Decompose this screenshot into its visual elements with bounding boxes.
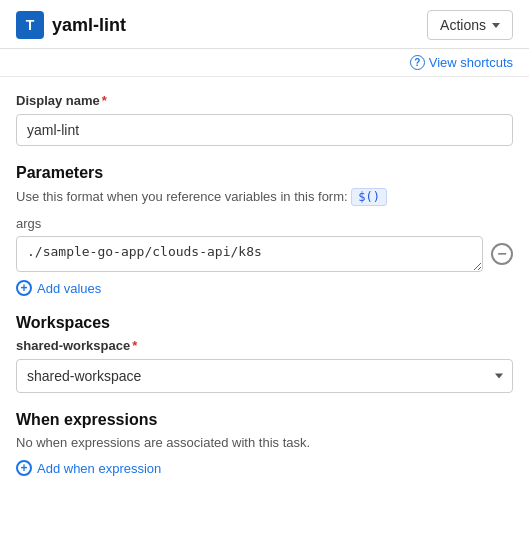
view-shortcuts-link[interactable]: ? View shortcuts — [410, 55, 513, 70]
plus-circle-icon: + — [16, 280, 32, 296]
args-row: ./sample-go-app/clouds-api/k8s − — [16, 236, 513, 272]
parameters-title: Parameters — [16, 164, 513, 182]
display-name-label: Display name* — [16, 93, 513, 108]
remove-args-button[interactable]: − — [491, 243, 513, 265]
workspace-select[interactable]: shared-workspace — [16, 359, 513, 393]
actions-button[interactable]: Actions — [427, 10, 513, 40]
page-header: T yaml-lint Actions — [0, 0, 529, 49]
when-expressions-section: When expressions No when expressions are… — [16, 411, 513, 476]
workspace-label: shared-workspace* — [16, 338, 513, 353]
display-name-input[interactable] — [16, 114, 513, 146]
args-input[interactable]: ./sample-go-app/clouds-api/k8s — [16, 236, 483, 272]
shortcuts-bar: ? View shortcuts — [0, 49, 529, 77]
no-expressions-text: No when expressions are associated with … — [16, 435, 513, 450]
main-content: Display name* Parameters Use this format… — [0, 77, 529, 492]
when-expressions-title: When expressions — [16, 411, 513, 429]
code-badge: $() — [351, 188, 387, 206]
add-when-expression-link[interactable]: + Add when expression — [16, 460, 161, 476]
chevron-down-icon — [492, 23, 500, 28]
workspace-select-wrapper: shared-workspace — [16, 359, 513, 393]
page-title: yaml-lint — [52, 15, 126, 36]
header-right: Actions — [427, 10, 513, 40]
parameters-section: Parameters Use this format when you refe… — [16, 164, 513, 296]
workspace-required-star: * — [132, 338, 137, 353]
add-values-link[interactable]: + Add values — [16, 280, 101, 296]
header-left: T yaml-lint — [16, 11, 126, 39]
workspaces-title: Workspaces — [16, 314, 513, 332]
help-icon: ? — [410, 55, 425, 70]
display-name-field: Display name* — [16, 93, 513, 146]
args-label: args — [16, 216, 513, 231]
plus-circle-when-icon: + — [16, 460, 32, 476]
app-icon: T — [16, 11, 44, 39]
parameters-description: Use this format when you reference varia… — [16, 188, 513, 206]
required-star: * — [102, 93, 107, 108]
workspaces-section: Workspaces shared-workspace* shared-work… — [16, 314, 513, 393]
